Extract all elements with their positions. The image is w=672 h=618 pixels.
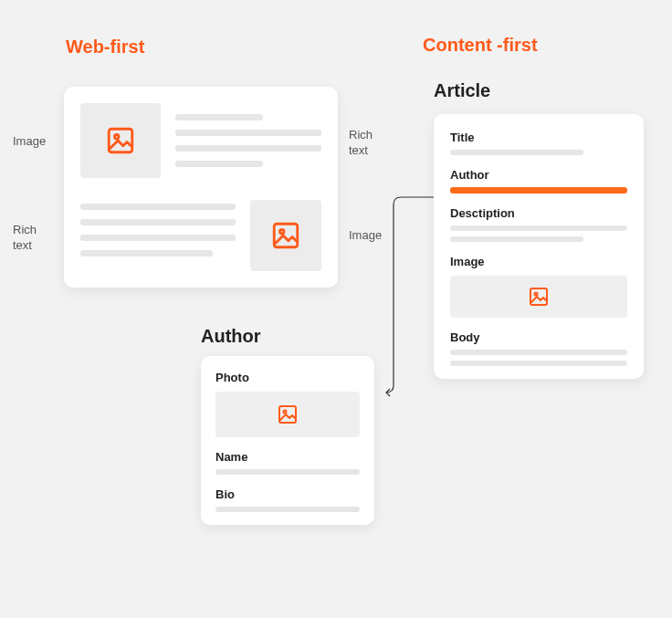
field-label-author: Author	[450, 168, 627, 182]
field-placeholder-bar	[450, 236, 583, 242]
label-richtext-left: Richtext	[13, 223, 44, 254]
heading-author: Author	[201, 326, 261, 347]
author-card: Photo Name Bio	[201, 356, 374, 525]
field-placeholder-bar	[450, 350, 627, 355]
field-placeholder-bar	[450, 225, 627, 231]
svg-point-3	[279, 229, 284, 234]
svg-point-7	[283, 410, 286, 413]
image-placeholder-slot	[450, 276, 627, 318]
svg-rect-2	[274, 224, 298, 247]
field-label-bio: Bio	[215, 487, 360, 501]
field-label-image: Image	[450, 255, 627, 268]
field-label-description: Desctiption	[450, 206, 627, 220]
image-icon	[270, 220, 301, 251]
field-placeholder-bar	[450, 150, 583, 155]
label-image-right: Image	[349, 228, 382, 244]
richtext-placeholder-lines	[80, 200, 236, 271]
heading-article: Article	[434, 80, 490, 101]
image-icon	[528, 286, 550, 308]
heading-web-first: Web-first	[66, 37, 144, 58]
image-placeholder-box	[250, 200, 321, 271]
svg-rect-0	[109, 129, 132, 152]
richtext-placeholder-lines	[175, 103, 321, 178]
field-placeholder-bar	[215, 469, 360, 475]
label-richtext-right: Richtext	[349, 128, 380, 159]
image-icon	[277, 403, 299, 425]
image-placeholder-box	[80, 103, 161, 178]
field-label-title: Title	[450, 131, 627, 144]
image-placeholder-slot	[215, 392, 360, 437]
svg-rect-4	[530, 288, 547, 305]
article-card: Title Author Desctiption Image Body	[434, 114, 644, 379]
svg-rect-6	[279, 406, 296, 423]
field-label-body: Body	[450, 330, 627, 344]
field-author-highlight-bar	[450, 187, 627, 194]
field-placeholder-bar	[450, 361, 627, 366]
label-image-left: Image	[13, 134, 46, 150]
field-label-photo: Photo	[215, 371, 360, 384]
heading-content-first: Content -first	[423, 35, 538, 56]
connector-arrow	[383, 192, 437, 397]
web-first-card	[64, 87, 338, 288]
svg-point-1	[114, 134, 119, 139]
image-icon	[105, 125, 136, 156]
field-label-name: Name	[215, 450, 360, 464]
field-placeholder-bar	[215, 507, 360, 512]
svg-point-5	[534, 292, 537, 295]
